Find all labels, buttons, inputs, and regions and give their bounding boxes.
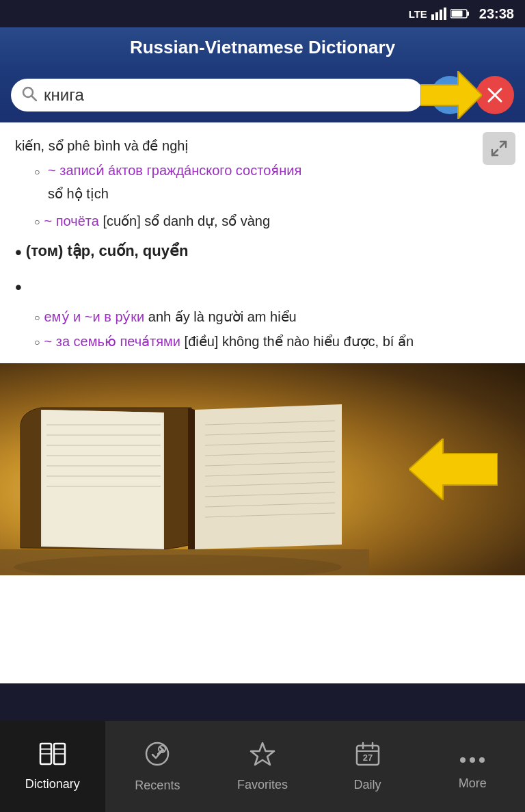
svg-rect-0 [431,14,434,20]
definition-line-1: kiến, sổ phê bình và đề nghị [15,135,510,157]
svg-rect-1 [435,12,438,20]
signal-icon [431,8,446,20]
entry-3: ○ ему́ и ~и в ру́ки anh ấy là người am h… [15,306,510,328]
close-icon [486,86,504,104]
content-area: kiến, sổ phê bình và đề nghị ○ ~ записи́… [0,122,525,683]
book-icon [39,742,66,772]
calendar-icon: 27 [355,742,380,772]
svg-rect-2 [440,10,442,20]
nav-item-dictionary[interactable]: Dictionary [0,721,105,812]
svg-line-8 [32,96,37,101]
svg-rect-3 [444,8,446,20]
nav-item-more[interactable]: More [420,721,525,812]
nav-item-daily[interactable]: 27 Daily [315,721,420,812]
svg-point-53 [479,757,485,763]
bottom-nav: Dictionary Recents Favorites [0,721,525,812]
nav-label-more: More [459,776,487,791]
nav-item-recents[interactable]: Recents [105,721,211,812]
svg-text:27: 27 [362,752,372,763]
battery-icon [450,8,470,19]
entry-4: ○ ~ за семью́ печа́тями [điều] không thể… [15,330,510,352]
yellow-arrow-search [420,71,482,119]
nav-label-favorites: Favorites [237,778,288,792]
more-icon [459,742,485,771]
svg-point-51 [460,757,466,763]
book-illustration [0,370,369,575]
svg-rect-35 [0,549,369,575]
app-title: Russian-Vietnamese Dictionary [130,37,395,57]
svg-marker-45 [251,743,274,765]
entry-1b: sổ hộ tịch [15,183,510,205]
star-icon [250,742,275,772]
recents-icon [144,741,170,773]
search-icon [22,86,37,105]
yellow-arrow-book [409,438,498,500]
bullet-entry: • (том) tập, cuốn, quyển [15,239,510,268]
nav-label-recents: Recents [135,778,180,793]
entry-2: ○ ~ почёта [cuốn] sổ danh dự, sổ vàng [15,210,510,232]
book-image [0,363,525,575]
svg-marker-9 [420,71,482,119]
nav-item-favorites[interactable]: Favorites [210,721,315,812]
lte-icon: LTE [409,8,427,20]
definition-text: kiến, sổ phê bình và đề nghị ○ ~ записи́… [15,135,510,352]
search-input[interactable] [44,86,413,105]
svg-rect-6 [451,11,462,17]
nav-label-daily: Daily [354,778,381,792]
expand-button[interactable] [483,132,515,165]
entry-1: ○ ~ записи́ áктов граждáнского состоя́ни… [15,159,510,181]
clock: 23:38 [479,6,514,22]
app-header: Russian-Vietnamese Dictionary [0,27,525,68]
search-input-wrapper [11,79,424,112]
svg-rect-5 [467,12,469,16]
nav-label-dictionary: Dictionary [25,777,80,791]
svg-marker-36 [409,438,498,500]
bullet-empty: • [15,274,510,303]
status-icons: LTE 23:38 [409,6,514,22]
search-bar [0,68,525,122]
status-bar: LTE 23:38 [0,0,525,27]
expand-icon [489,139,509,158]
svg-point-52 [470,757,475,763]
